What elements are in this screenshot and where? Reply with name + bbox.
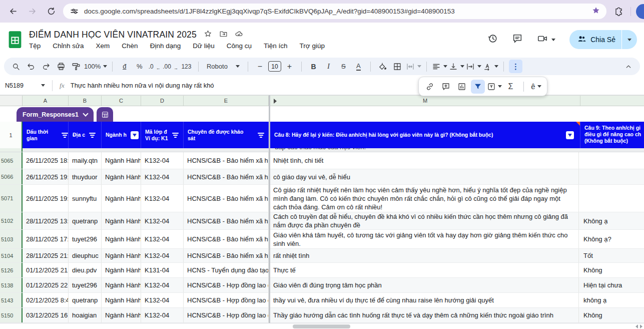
cell-question9[interactable]: Tốt bbox=[579, 249, 644, 262]
column-header-d[interactable]: D bbox=[141, 96, 184, 106]
insert-chart-icon[interactable] bbox=[455, 80, 469, 94]
star-icon[interactable] bbox=[204, 30, 212, 40]
menu-data[interactable]: Dữ liệu bbox=[193, 42, 215, 50]
cell-major[interactable]: Ngành Hành bbox=[102, 293, 141, 307]
sum-functions-icon[interactable]: Σ bbox=[504, 80, 518, 94]
more-toolbar-button[interactable]: ⋮ bbox=[509, 60, 522, 73]
row-number[interactable]: 5143 bbox=[0, 293, 23, 307]
undo-icon[interactable] bbox=[24, 60, 38, 73]
cell-email[interactable]: tuyet296 bbox=[69, 278, 102, 292]
cell-question8[interactable]: rất nhiệt tình bbox=[269, 249, 579, 262]
cell-question8[interactable]: Giáo viên khá tâm huyết, cô tương tác vớ… bbox=[269, 230, 579, 248]
input-tools-icon[interactable]: ê bbox=[529, 80, 543, 94]
bold-button[interactable]: B bbox=[307, 60, 320, 73]
cloud-status-icon[interactable] bbox=[235, 30, 243, 40]
cell-class-code[interactable]: K132-04 bbox=[141, 249, 184, 262]
cell-question9[interactable]: Không ạ? bbox=[579, 230, 644, 248]
cell-question9[interactable]: không ạ bbox=[579, 293, 644, 307]
scroll-right-icon[interactable] bbox=[640, 324, 642, 328]
cell-topic[interactable]: HCNS/C&B - Hợp đồng lao đ bbox=[184, 293, 269, 307]
cell-question9[interactable]: Hiện tại chưa bbox=[579, 278, 644, 292]
row-number[interactable]: 5138 bbox=[0, 278, 23, 292]
text-wrap-button[interactable] bbox=[466, 60, 481, 73]
cell-question8[interactable]: thầy vui vẻ, đưa nhiều ví dụ thực tế để … bbox=[269, 293, 579, 307]
strikethrough-button[interactable]: S bbox=[337, 60, 350, 73]
cell-question9[interactable]: Không bbox=[579, 263, 644, 277]
cell-class-code[interactable]: K132-04 bbox=[141, 293, 184, 307]
cell-question8[interactable]: Thầy giáo hướng dẫn các tình huống rất t… bbox=[269, 308, 579, 322]
cell-question8[interactable]: Cô giáo rất nhiệt huyết nên làm học viên… bbox=[269, 185, 579, 212]
cell-email[interactable]: hoaigian bbox=[69, 308, 102, 322]
cell-major[interactable]: Ngành Hành bbox=[102, 263, 141, 277]
cell-question9[interactable] bbox=[579, 169, 644, 184]
menu-format[interactable]: Định dạng bbox=[150, 42, 181, 50]
version-history-icon[interactable] bbox=[487, 33, 498, 46]
header-cell-question9[interactable]: Câu 9: Theo anh/chị gi điều gì để nâng c… bbox=[580, 122, 644, 148]
redo-icon[interactable] bbox=[39, 60, 53, 73]
column-header-e[interactable]: E bbox=[184, 96, 269, 106]
cell-timestamp[interactable]: 28/11/2025 13:3 bbox=[23, 212, 69, 229]
hide-menus-icon[interactable] bbox=[621, 60, 635, 73]
cell-timestamp[interactable]: 03/12/2025 16:4 bbox=[23, 308, 69, 322]
row-number[interactable]: 5150 bbox=[0, 308, 23, 322]
cell-question8[interactable]: Nhiệt tình, chi tiết bbox=[269, 152, 579, 169]
percent-format-button[interactable]: % bbox=[133, 60, 146, 73]
cell-timestamp[interactable]: 28/11/2025 17:2 bbox=[23, 230, 69, 248]
search-icon[interactable] bbox=[9, 60, 23, 73]
insert-link-icon[interactable] bbox=[423, 80, 437, 94]
cell-email[interactable]: maily.qtn bbox=[69, 152, 102, 169]
formula-input[interactable]: Thực hành nhiều hơn nữa vì nội dung này … bbox=[71, 82, 214, 89]
cell-question9[interactable] bbox=[579, 185, 644, 212]
increase-decimal-button[interactable]: .00→ bbox=[163, 60, 178, 73]
column-header-a[interactable]: A bbox=[23, 96, 69, 106]
cell-topic[interactable]: HCNS/C&B - Hợp đồng lao đ bbox=[184, 278, 269, 292]
document-title[interactable]: ĐIỂM DANH HỌC VIÊN VINATRAIN 2025 bbox=[29, 30, 197, 40]
cell-email[interactable]: dieu.pdv bbox=[69, 263, 102, 277]
sheet-tab[interactable]: Form_Responses1 bbox=[17, 107, 94, 122]
menu-file[interactable]: Tệp bbox=[29, 42, 41, 50]
profile-avatar[interactable] bbox=[636, 4, 644, 19]
bookmark-star-icon[interactable] bbox=[591, 6, 600, 17]
font-select[interactable]: Roboto bbox=[204, 60, 243, 73]
cell-major[interactable]: Ngành Hành bbox=[102, 185, 141, 212]
url-bar[interactable]: docs.google.com/spreadsheets/d/1JF8l4zzl… bbox=[63, 4, 606, 19]
cell-topic[interactable]: HCNS/C&B - Bảo hiểm xã h bbox=[184, 152, 269, 169]
cell-class-code[interactable]: K132-04 bbox=[141, 212, 184, 229]
row-number[interactable]: 5066 bbox=[0, 169, 23, 184]
filter-views-icon[interactable] bbox=[487, 80, 502, 94]
back-icon[interactable] bbox=[6, 5, 20, 19]
sheet-grid-button[interactable] bbox=[97, 107, 113, 122]
decrease-decimal-button[interactable]: .0← bbox=[148, 60, 161, 73]
number-format-button[interactable]: 123 bbox=[180, 60, 193, 73]
scrollbar-thumb[interactable] bbox=[293, 324, 350, 328]
cell-timestamp[interactable]: 01/12/2025 22:5 bbox=[23, 278, 69, 292]
horizontal-align-button[interactable] bbox=[432, 60, 447, 73]
cell-major[interactable]: Ngành Hành bbox=[102, 230, 141, 248]
cell-class-code[interactable]: K132-04 bbox=[141, 230, 184, 248]
menu-view[interactable]: Xem bbox=[96, 42, 110, 50]
column-header-c[interactable]: C bbox=[102, 96, 141, 106]
cell-email[interactable]: dieuphuc bbox=[69, 249, 102, 262]
merge-cells-button[interactable] bbox=[406, 60, 421, 73]
cell-email[interactable]: sunnyftu bbox=[69, 185, 102, 212]
column-header-right[interactable] bbox=[580, 96, 644, 106]
frozen-pane-divider[interactable] bbox=[269, 95, 270, 323]
cell-timestamp[interactable]: 02/12/2025 8:44 bbox=[23, 293, 69, 307]
scroll-left-icon[interactable] bbox=[635, 324, 638, 328]
row-number[interactable]: 5102 bbox=[0, 212, 23, 229]
cell-timestamp[interactable]: 28/11/2025 21:3 bbox=[23, 249, 69, 262]
cell-email[interactable]: quetranp bbox=[69, 212, 102, 229]
select-all-corner[interactable] bbox=[0, 96, 23, 106]
name-box[interactable]: N5189 bbox=[5, 82, 48, 89]
borders-icon[interactable] bbox=[391, 60, 404, 73]
print-icon[interactable] bbox=[54, 60, 68, 73]
filter-icon[interactable] bbox=[258, 133, 264, 138]
menu-help[interactable]: Trợ giúp bbox=[300, 42, 325, 50]
extensions-icon[interactable] bbox=[611, 5, 625, 19]
cell-class-code[interactable]: K131-04 bbox=[141, 263, 184, 277]
filter-icon[interactable] bbox=[172, 133, 179, 138]
cell-topic[interactable]: HCNS/C&B - Bảo hiểm xã h bbox=[184, 169, 269, 184]
comment-history-icon[interactable] bbox=[512, 33, 523, 46]
cell-timestamp[interactable]: 01/12/2025 21:3 bbox=[23, 263, 69, 277]
cell-timestamp[interactable]: 26/11/2025 19:4 bbox=[23, 185, 69, 212]
